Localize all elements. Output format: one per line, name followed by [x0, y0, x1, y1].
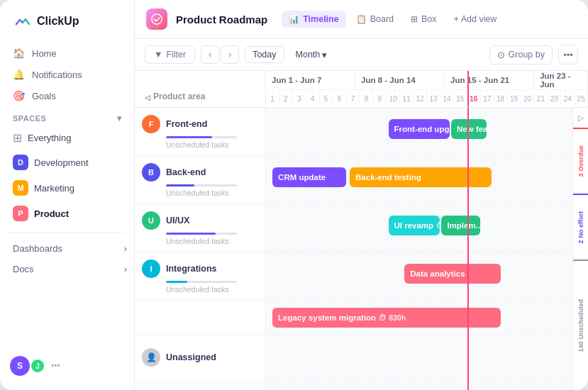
grid-cell-21	[534, 335, 548, 382]
sidebar-item-development[interactable]: D Development	[6, 150, 128, 175]
today-button[interactable]: Today	[245, 46, 284, 63]
tab-board-label: Board	[370, 14, 394, 24]
week-labels: Jun 1 - Jun 7 Jun 8 - Jun 14 Jun 15 - Ju…	[266, 71, 588, 90]
tab-timeline-label: Timeline	[303, 14, 338, 24]
gantt-row-backend: B Back-end Unscheduled tasks	[135, 156, 265, 204]
grid-cell-20	[521, 156, 535, 204]
day-label-8: 8	[360, 90, 373, 107]
grid-cell-18	[494, 335, 508, 382]
tab-box-label: Box	[421, 14, 437, 24]
integrations-progress	[166, 281, 237, 283]
sidebar-item-home-label: Home	[32, 48, 57, 59]
grid-cell-21	[534, 252, 548, 300]
task-integrations[interactable]: I Integrations	[142, 260, 258, 278]
grid-cell-3	[293, 108, 306, 155]
bar-label: Implem..	[447, 221, 479, 230]
avatar-uiux: U	[142, 211, 160, 230]
right-collapse-button[interactable]: ▷	[573, 108, 589, 128]
unscheduled-label: 140 Unscheduled	[576, 294, 586, 358]
grid-cell-23	[548, 204, 561, 252]
grid-cell-11	[400, 335, 414, 382]
day-label-23: 23	[548, 90, 561, 107]
grid-cell-9	[373, 252, 387, 300]
day-label-1: 1	[266, 90, 279, 107]
gantt-bar[interactable]: Data analytics	[404, 264, 501, 284]
avatar-j[interactable]: J	[30, 358, 45, 374]
grid-cell-8	[360, 108, 373, 155]
sidebar-item-docs[interactable]: Docs ›	[0, 259, 134, 279]
gantt-bar[interactable]: Front-end upgrade⏱830h	[389, 119, 450, 139]
sidebar-item-marketing[interactable]: M Marketing	[6, 175, 128, 201]
grid-cell-8	[360, 335, 373, 382]
grid-cell-18	[494, 156, 508, 204]
collapse-icon[interactable]: ◁	[145, 94, 150, 101]
task-uiux[interactable]: U UI/UX	[142, 211, 258, 230]
spaces-chevron-icon[interactable]: ▾	[117, 113, 122, 123]
everything-grid-icon: ⊞	[13, 131, 22, 145]
bar-label: Data analytics	[410, 269, 465, 278]
next-arrow-button[interactable]: ›	[221, 45, 239, 64]
dashboards-label: Dashboards	[13, 243, 62, 254]
task-unassigned[interactable]: 👤 Unassigned	[142, 348, 258, 367]
day-label-19: 19	[508, 90, 521, 107]
month-label: Month	[296, 50, 321, 60]
group-by-button[interactable]: ⊙ Group by	[489, 45, 553, 65]
day-labels: 123456789101112131415161718192021232425	[266, 90, 588, 107]
day-label-4: 4	[306, 90, 320, 107]
view-tabs: 📊 Timeline 📋 Board ⊞ Box + Add view	[282, 11, 577, 28]
sidebar-item-everything[interactable]: ⊞ Everything	[6, 126, 128, 150]
day-label-6: 6	[333, 90, 347, 107]
gantt-bar[interactable]: New feature..i	[451, 119, 487, 139]
day-label-24: 24	[561, 90, 575, 107]
integrations-unscheduled: Unscheduled tasks	[142, 285, 258, 294]
grid-cell-19	[508, 252, 521, 300]
task-backend[interactable]: B Back-end	[142, 163, 258, 182]
grid-cell-5	[320, 252, 333, 300]
gantt-row-uiux: U UI/UX Unscheduled tasks	[135, 204, 265, 252]
overdue-label: 3 Overdue	[576, 140, 586, 183]
gantt-bar[interactable]: Implem..i	[441, 216, 479, 235]
frontend-unscheduled: Unscheduled tasks	[142, 140, 258, 149]
grid-cell-8	[360, 204, 373, 252]
tab-board[interactable]: 📋 Board	[349, 11, 401, 28]
toolbar-right: ⊙ Group by •••	[489, 45, 578, 65]
grid-cell-20	[521, 301, 535, 334]
nav-arrows: ‹ ›	[201, 45, 239, 64]
grid-cell-14	[440, 335, 454, 382]
sidebar-item-goals[interactable]: 🎯 Goals	[6, 85, 128, 106]
filter-button[interactable]: ▼ Filter	[145, 45, 195, 64]
gantt-right-panel: Jun 1 - Jun 7 Jun 8 - Jun 14 Jun 15 - Ju…	[266, 71, 588, 390]
sidebar-item-notifications[interactable]: 🔔 Notifications	[6, 64, 128, 85]
sidebar-item-dashboards[interactable]: Dashboards ›	[0, 238, 134, 259]
sidebar-item-product[interactable]: P Product	[6, 201, 128, 226]
day-label-9: 9	[373, 90, 387, 107]
grid-cell-6	[333, 204, 347, 252]
add-view-button[interactable]: + Add view	[447, 11, 504, 28]
clickup-logo-icon	[11, 11, 31, 31]
sidebar-item-home[interactable]: 🏠 Home	[6, 43, 128, 64]
month-button[interactable]: Month ▾	[290, 47, 333, 63]
bar-label: Front-end upgrade	[394, 125, 450, 133]
sidebar: ClickUp 🏠 Home 🔔 Notifications 🎯 Goals S…	[0, 0, 135, 390]
grid-cell-7	[347, 335, 360, 382]
week-3: Jun 15 - Jun 21	[445, 71, 534, 89]
gantt-bar[interactable]: CRM update	[272, 167, 346, 187]
gantt-bar[interactable]: UI revamp⏱830h	[389, 216, 440, 235]
uiux-progress	[166, 233, 237, 235]
tab-timeline[interactable]: 📊 Timeline	[282, 11, 345, 28]
day-label-2: 2	[279, 90, 293, 107]
today-line-header	[467, 71, 469, 107]
grid-cell-21	[534, 301, 548, 334]
dashboards-chevron-icon: ›	[124, 243, 127, 254]
tab-box[interactable]: ⊞ Box	[404, 11, 444, 28]
prev-arrow-button[interactable]: ‹	[201, 45, 219, 64]
grid-cell-1	[266, 108, 279, 155]
goals-icon: 🎯	[13, 90, 25, 101]
day-label-10: 10	[387, 90, 400, 107]
day-label-15: 15	[454, 90, 467, 107]
avatar-s[interactable]: S	[10, 356, 30, 376]
more-options-button[interactable]: •••	[558, 45, 578, 65]
gantt-bar[interactable]: Back-end testing	[350, 167, 492, 187]
gantt-grid: Front-end upgrade⏱830hNew feature..iCRM …	[266, 108, 588, 390]
task-frontend[interactable]: F Front-end	[142, 115, 258, 133]
